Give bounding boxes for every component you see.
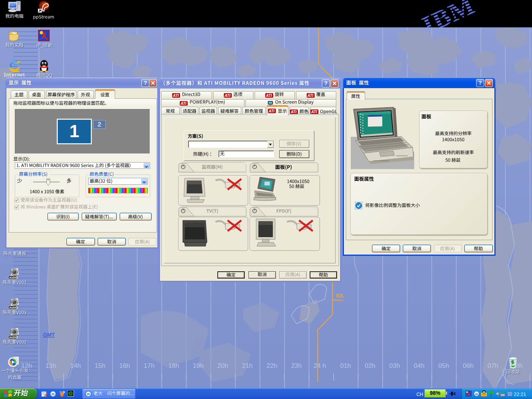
svg-text:ATI: ATI xyxy=(173,93,179,98)
svg-text:16h: 16h xyxy=(119,362,130,369)
svg-text:AUDIO: AUDIO xyxy=(9,276,18,279)
svg-text:14h: 14h xyxy=(70,362,81,369)
svg-text:22h: 22h xyxy=(266,362,277,369)
svg-text:15h: 15h xyxy=(95,362,105,369)
svg-text:05h: 05h xyxy=(439,362,449,369)
svg-text:20h: 20h xyxy=(217,362,228,369)
svg-text:17h: 17h xyxy=(144,362,154,369)
svg-text:23h: 23h xyxy=(291,362,302,369)
svg-text:m: m xyxy=(87,392,90,396)
svg-text:m: m xyxy=(475,392,478,396)
svg-text:GMT: GMT xyxy=(43,332,55,338)
svg-text:19h: 19h xyxy=(193,362,204,369)
svg-text:ATI: ATI xyxy=(224,93,231,98)
svg-text:18h: 18h xyxy=(168,362,179,369)
svg-text:13h: 13h xyxy=(46,362,56,369)
svg-text:03h: 03h xyxy=(389,362,400,369)
svg-text:ATI: ATI xyxy=(268,109,275,113)
svg-text:24 h: 24 h xyxy=(314,362,326,369)
svg-text:IDL: IDL xyxy=(336,293,345,299)
svg-text:ATI: ATI xyxy=(266,93,272,98)
svg-text:m: m xyxy=(51,392,54,396)
svg-text:07h: 07h xyxy=(488,362,498,369)
svg-text:AUDIO: AUDIO xyxy=(9,336,18,339)
svg-text:ATI: ATI xyxy=(311,110,317,114)
svg-text:ATI: ATI xyxy=(290,110,297,114)
svg-text:02h: 02h xyxy=(365,362,375,369)
svg-text:ATI: ATI xyxy=(180,101,187,106)
svg-text:AUDIO: AUDIO xyxy=(9,306,18,309)
svg-text:21h: 21h xyxy=(242,362,253,369)
svg-text:04h: 04h xyxy=(414,362,424,369)
svg-text:ATI: ATI xyxy=(307,93,314,98)
svg-text:01h: 01h xyxy=(340,362,351,369)
svg-text:06h: 06h xyxy=(463,362,473,369)
